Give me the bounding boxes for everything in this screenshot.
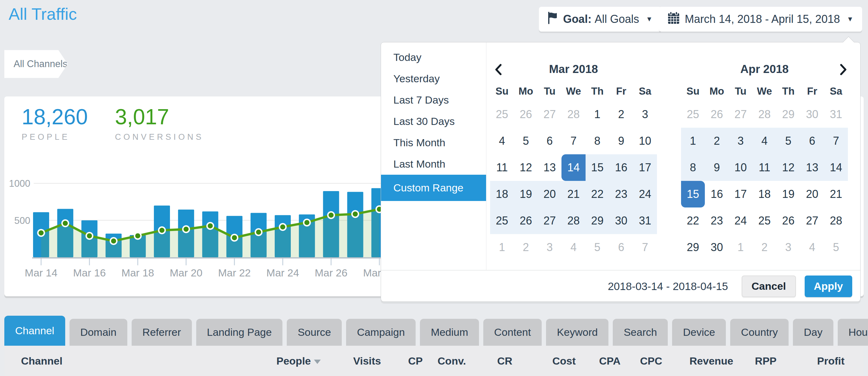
calendar-day[interactable]: 6 [538, 128, 561, 154]
calendar-day[interactable]: 1 [681, 128, 705, 154]
next-month-icon[interactable] [839, 63, 847, 77]
cancel-button[interactable]: Cancel [742, 276, 796, 297]
calendar-day[interactable]: 18 [490, 181, 514, 207]
calendar-day[interactable]: 1 [728, 234, 752, 261]
calendar-day[interactable]: 14 [561, 154, 585, 181]
calendar-day[interactable]: 29 [681, 234, 705, 261]
calendar-day[interactable]: 10 [728, 154, 752, 181]
preset-today[interactable]: Today [381, 47, 486, 68]
calendar-day[interactable]: 3 [777, 234, 800, 261]
tab-referrer[interactable]: Referrer [132, 319, 192, 346]
column-header-cr[interactable]: CR [466, 355, 512, 367]
calendar-day[interactable]: 20 [800, 181, 824, 207]
column-header-channel[interactable]: Channel [21, 355, 237, 367]
goal-dropdown-button[interactable]: Goal: All Goals ▼ [539, 7, 661, 32]
calendar-day[interactable]: 24 [633, 181, 657, 207]
calendar-day[interactable]: 7 [561, 128, 585, 154]
calendar-day[interactable]: 9 [609, 128, 633, 154]
calendar-day[interactable]: 25 [490, 207, 514, 234]
calendar-day[interactable]: 28 [561, 207, 585, 234]
preset-last-30-days[interactable]: Last 30 Days [381, 111, 486, 132]
calendar-day[interactable]: 28 [752, 101, 776, 128]
calendar-day[interactable]: 5 [777, 128, 800, 154]
calendar-day[interactable]: 28 [561, 101, 585, 128]
calendar-day[interactable]: 31 [824, 101, 848, 128]
calendar-day[interactable]: 25 [681, 101, 705, 128]
calendar-day[interactable]: 23 [705, 207, 728, 234]
calendar-day[interactable]: 29 [586, 207, 609, 234]
calendar-day[interactable]: 26 [705, 101, 728, 128]
calendar-day[interactable]: 17 [728, 181, 752, 207]
calendar-day[interactable]: 10 [633, 128, 657, 154]
tab-domain[interactable]: Domain [69, 319, 127, 346]
calendar-day[interactable]: 3 [633, 101, 657, 128]
calendar-day[interactable]: 13 [800, 154, 824, 181]
tab-day[interactable]: Day [793, 319, 833, 346]
column-header-people[interactable]: People [237, 355, 321, 367]
calendar-day[interactable]: 15 [681, 181, 705, 207]
tab-channel[interactable]: Channel [4, 316, 65, 346]
calendar-day[interactable]: 30 [800, 101, 824, 128]
calendar-day[interactable]: 6 [800, 128, 824, 154]
calendar-day[interactable]: 27 [800, 207, 824, 234]
preset-this-month[interactable]: This Month [381, 132, 486, 153]
date-range-dropdown-button[interactable]: March 14, 2018 - April 15, 2018 ▼ [659, 7, 862, 32]
calendar-day[interactable]: 16 [705, 181, 728, 207]
prev-month-icon[interactable] [494, 63, 502, 77]
calendar-day[interactable]: 20 [538, 181, 561, 207]
calendar-day[interactable]: 4 [752, 128, 776, 154]
calendar-day[interactable]: 4 [800, 234, 824, 261]
tab-landing-page[interactable]: Landing Page [196, 319, 283, 346]
calendar-day[interactable]: 2 [752, 234, 776, 261]
column-header-profit[interactable]: Profit [777, 355, 844, 367]
column-header-conv[interactable]: Conv. [423, 355, 466, 367]
tab-country[interactable]: Country [730, 319, 788, 346]
tab-medium[interactable]: Medium [420, 319, 479, 346]
apply-button[interactable]: Apply [805, 276, 852, 297]
channel-filter-tag[interactable]: All Channels [4, 50, 68, 78]
calendar-day[interactable]: 25 [490, 101, 514, 128]
calendar-day[interactable]: 3 [728, 128, 752, 154]
calendar-day[interactable]: 4 [490, 128, 514, 154]
calendar-day[interactable]: 19 [514, 181, 538, 207]
calendar-day[interactable]: 22 [586, 181, 609, 207]
tab-source[interactable]: Source [287, 319, 342, 346]
calendar-day[interactable]: 23 [609, 181, 633, 207]
calendar-day[interactable]: 11 [752, 154, 776, 181]
calendar-day[interactable]: 26 [514, 207, 538, 234]
calendar-day[interactable]: 7 [633, 234, 657, 261]
calendar-day[interactable]: 15 [586, 154, 609, 181]
tab-campaign[interactable]: Campaign [346, 319, 415, 346]
calendar-day[interactable]: 30 [609, 207, 633, 234]
calendar-day[interactable]: 13 [538, 154, 561, 181]
calendar-day[interactable]: 27 [538, 207, 561, 234]
calendar-day[interactable]: 19 [777, 181, 800, 207]
calendar-day[interactable]: 22 [681, 207, 705, 234]
tab-hour[interactable]: Hour [838, 319, 868, 346]
calendar-day[interactable]: 27 [538, 101, 561, 128]
calendar-day[interactable]: 1 [586, 101, 609, 128]
calendar-day[interactable]: 16 [609, 154, 633, 181]
calendar-day[interactable]: 12 [514, 154, 538, 181]
calendar-day[interactable]: 28 [824, 207, 848, 234]
calendar-day[interactable]: 5 [586, 234, 609, 261]
calendar-day[interactable]: 5 [824, 234, 848, 261]
calendar-day[interactable]: 6 [609, 234, 633, 261]
column-header-cp[interactable]: CP [381, 355, 423, 367]
calendar-day[interactable]: 2 [705, 128, 728, 154]
calendar-day[interactable]: 27 [728, 101, 752, 128]
calendar-day[interactable]: 12 [777, 154, 800, 181]
calendar-day[interactable]: 21 [561, 181, 585, 207]
calendar-day[interactable]: 8 [681, 154, 705, 181]
column-header-cost[interactable]: Cost [512, 355, 576, 367]
tab-content[interactable]: Content [483, 319, 542, 346]
calendar-day[interactable]: 2 [514, 234, 538, 261]
preset-last-month[interactable]: Last Month [381, 153, 486, 175]
calendar-day[interactable]: 24 [728, 207, 752, 234]
calendar-day[interactable]: 4 [561, 234, 585, 261]
calendar-day[interactable]: 26 [777, 207, 800, 234]
calendar-day[interactable]: 17 [633, 154, 657, 181]
tab-device[interactable]: Device [672, 319, 726, 346]
calendar-day[interactable]: 1 [490, 234, 514, 261]
calendar-day[interactable]: 21 [824, 181, 848, 207]
